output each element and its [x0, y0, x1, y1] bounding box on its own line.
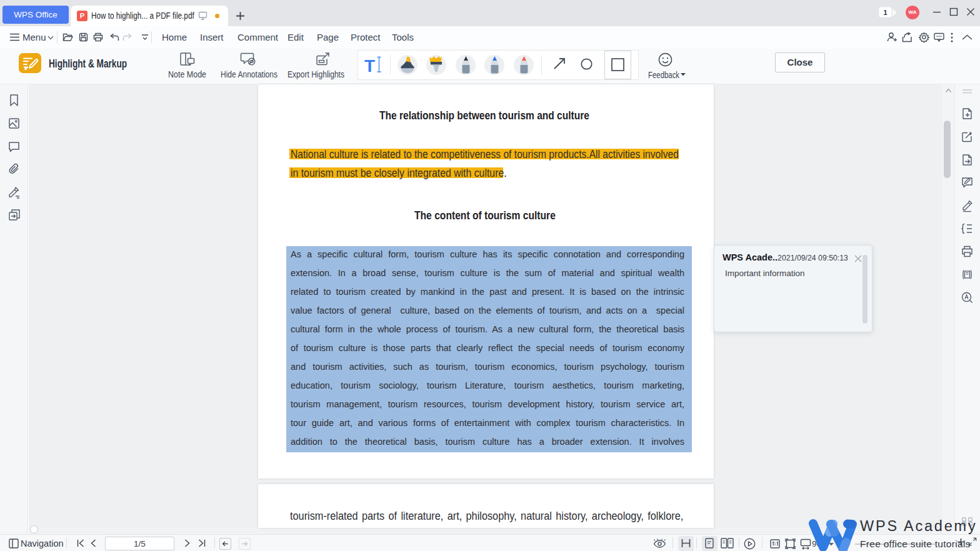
svg-text:T: T: [364, 56, 375, 76]
svg-text:1: 1: [883, 9, 887, 16]
